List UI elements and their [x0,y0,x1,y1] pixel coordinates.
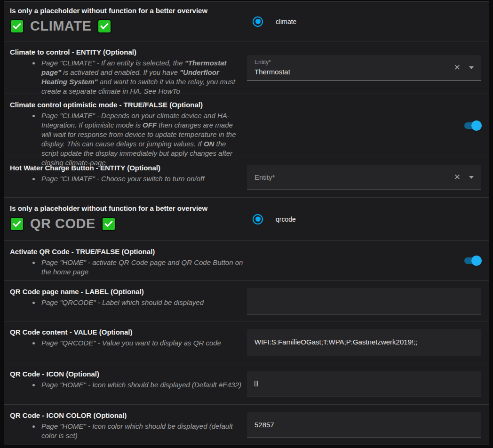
field-description: Page "QRCODE" - Value you want to displa… [40,338,244,348]
blueprint-config-card: Is only a placeholder without function f… [4,1,489,445]
field-description: Page "QRCODE" - Label which should be di… [40,298,244,307]
field-label: Climate control optimistic mode - TRUE/F… [10,100,247,110]
radio-label: climate [276,18,296,25]
input-value: 52857 [254,421,274,429]
check-emoji-icon [10,19,24,33]
field-label: Climate to control - ENTITY (Optional) [10,48,247,57]
qrcode-page-name-input[interactable] [247,288,481,314]
clear-icon[interactable]: ✕ [454,64,461,72]
check-emoji-icon [102,217,116,231]
field-label: Hot Water Charge Button - ENTITY (Option… [10,163,247,173]
section-header-climate: Is only a placeholder without function f… [4,2,489,41]
field-description: Page "HOME" - Icon which should be displ… [40,380,244,390]
radio-option-climate[interactable]: climate [253,16,296,27]
entity-select-thermostat[interactable]: Entity* Thermostat ✕ [247,55,481,80]
field-label: QR Code - ICON (Optional) [10,369,247,379]
section-title: CLIMATE [30,18,91,34]
toggle-thumb[interactable] [471,256,482,266]
field-row-climate-entity: Climate to control - ENTITY (Optional) P… [4,41,489,94]
field-row-qrcode-icon: QR Code - ICON (Optional) Page "HOME" - … [4,363,489,405]
check-emoji-icon [97,19,111,33]
radio-label: qrcode [276,216,296,223]
entity-select-empty[interactable]: Entity* ✕ [247,165,481,190]
section-title: QR CODE [30,216,95,232]
field-row-qrcode-page-name: QR Code page name - LABEL (Optional) Pag… [4,281,489,321]
field-row-activate-qrcode: Activate QR Code - TRUE/FALSE (Optional)… [4,241,489,281]
toggle-thumb[interactable] [471,120,482,131]
field-label: Activate QR Code - TRUE/FALSE (Optional) [10,247,247,256]
field-description: Page "HOME" - activate QR Code page and … [40,258,244,277]
activate-qrcode-toggle[interactable] [464,257,480,264]
field-description: Page "CLIMATE" - If an entity is selecte… [40,58,244,96]
check-emoji-icon [10,217,24,231]
radio-option-qrcode[interactable]: qrcode [253,214,296,224]
field-label: QR Code - ICON COLOR (Optional) [10,411,247,420]
field-row-optimistic-mode: Climate control optimistic mode - TRUE/F… [4,94,489,157]
placeholder-note: Is only a placeholder without function f… [10,204,247,213]
radio-selected-icon[interactable] [253,214,263,224]
placeholder-note: Is only a placeholder without function f… [10,6,247,15]
field-label: QR Code page name - LABEL (Optional) [10,287,247,296]
chevron-down-icon[interactable] [469,176,474,179]
field-row-hot-water-entity: Hot Water Charge Button - ENTITY (Option… [4,157,489,198]
climate-heading: CLIMATE [10,18,247,34]
qrcode-icon-color-input[interactable]: 52857 [247,412,481,438]
chevron-down-icon[interactable] [469,66,474,69]
entity-select-placeholder: Entity* [254,173,275,181]
field-row-qrcode-content: QR Code content - VALUE (Optional) Page … [4,321,489,363]
field-label: QR Code content - VALUE (Optional) [10,328,247,337]
qrcode-content-input[interactable]: WIFI:S:FamilieOGast;T:WPA;P:Gastnetzwerk… [247,329,481,355]
section-header-qrcode: Is only a placeholder without function f… [4,198,489,241]
optimistic-mode-toggle[interactable] [464,122,480,129]
field-description: Page "CLIMATE" - Choose your switch to t… [40,174,244,184]
clear-icon[interactable]: ✕ [454,173,461,181]
radio-selected-icon[interactable] [253,16,263,27]
input-value: WIFI:S:FamilieOGast;T:WPA;P:Gastnetzwerk… [254,338,417,346]
field-description: Page "HOME" - Icon color which should be… [40,422,244,440]
qrcode-icon-input[interactable] [247,371,481,397]
missing-glyph-char [254,381,258,386]
entity-select-label: Entity* [254,59,271,65]
entity-select-value: Thermostat [254,68,290,76]
field-row-qrcode-icon-color: QR Code - ICON COLOR (Optional) Page "HO… [4,405,489,445]
qrcode-heading: QR CODE [10,216,247,232]
